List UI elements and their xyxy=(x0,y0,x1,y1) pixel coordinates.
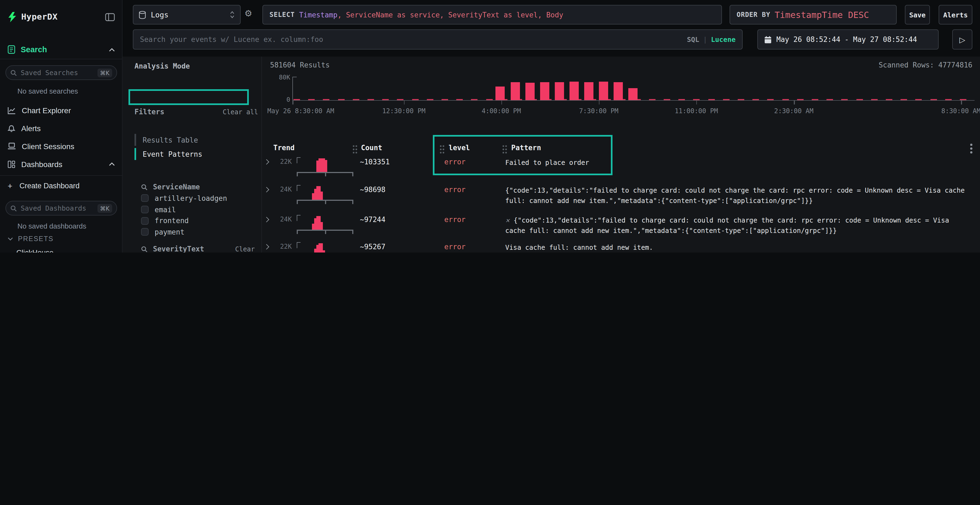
histogram-bar[interactable] xyxy=(555,82,564,100)
histogram-bar[interactable] xyxy=(584,82,593,100)
saved-searches-input[interactable]: Saved Searches ⌘K xyxy=(5,65,117,80)
filter-option[interactable]: frontend xyxy=(141,215,255,226)
presets-toggle[interactable]: PRESETS xyxy=(8,235,54,243)
x-axis-label: 2:30:00 AM xyxy=(774,107,814,115)
sparkline-bar xyxy=(317,216,318,230)
clear-filter-link[interactable]: Clear xyxy=(235,245,255,252)
x-axis-tick xyxy=(961,101,962,105)
search-input[interactable]: Search your events w/ Lucene ex. column:… xyxy=(133,29,743,49)
chevron-up-icon[interactable] xyxy=(109,42,115,57)
select-chevrons-icon xyxy=(230,11,235,19)
histogram-bar[interactable] xyxy=(495,86,505,100)
y-tick-zero: 0 xyxy=(284,96,290,103)
sidebar-item-client-sessions[interactable]: Client Sessions xyxy=(0,139,123,154)
sidebar-item-chart-explorer[interactable]: Chart Explorer xyxy=(0,103,123,118)
patterns-table-header: Trend Count level Pattern xyxy=(262,144,980,156)
histogram-bar[interactable] xyxy=(540,82,549,100)
alerts-button[interactable]: Alerts xyxy=(939,5,972,24)
filter-option[interactable]: payment xyxy=(141,226,255,238)
sparkline-bar xyxy=(317,245,318,252)
sidebar-item-dashboards[interactable]: Dashboards xyxy=(0,157,123,172)
histogram-bar[interactable] xyxy=(599,82,608,100)
x-axis-tick xyxy=(599,101,600,105)
create-dashboard-button[interactable]: + Create Dashboard xyxy=(0,179,123,192)
row-expand-chevron-icon[interactable] xyxy=(265,245,273,249)
row-expand-chevron-icon[interactable] xyxy=(265,160,273,164)
column-header-pattern[interactable]: Pattern xyxy=(511,144,541,152)
order-by-input[interactable]: ORDER BY TimestampTime DESC xyxy=(730,5,897,24)
sidebar-item-label: Client Sessions xyxy=(22,142,74,151)
column-drag-handle-icon[interactable] xyxy=(440,145,442,147)
mode-results-table[interactable]: Results Table xyxy=(134,133,249,147)
histogram-bar[interactable] xyxy=(525,83,535,100)
histogram-noise-bar xyxy=(649,99,655,100)
table-menu-icon[interactable] xyxy=(970,144,972,146)
database-icon xyxy=(139,11,146,19)
histogram-bar[interactable] xyxy=(628,88,638,100)
mode-indicator-active xyxy=(134,148,136,160)
saved-dashboards-input[interactable]: Saved Dashboards ⌘K xyxy=(5,201,117,216)
histogram-bar[interactable] xyxy=(614,82,623,100)
table-row[interactable]: 24K~98698error{"code":13,"details":"fail… xyxy=(265,184,978,206)
calendar-icon xyxy=(764,36,772,43)
column-header-trend[interactable]: Trend xyxy=(273,144,294,152)
sql-mode-toggle[interactable]: SQL xyxy=(687,35,699,43)
sidebar-item-clickhouse[interactable]: ClickHouse xyxy=(16,249,54,252)
column-header-level[interactable]: level xyxy=(449,144,470,152)
save-button[interactable]: Save xyxy=(905,5,930,24)
checkbox[interactable] xyxy=(141,228,149,236)
filter-group-name[interactable]: ServiceName xyxy=(153,183,200,191)
sparkline-bar xyxy=(318,186,320,200)
pattern-count: ~97244 xyxy=(360,216,444,224)
filter-group-name[interactable]: SeverityText xyxy=(153,245,204,252)
sidebar-item-alerts[interactable]: Alerts xyxy=(0,121,123,135)
filter-group-servicename: ServiceName xyxy=(141,183,258,191)
histogram-noise-bar xyxy=(664,99,670,100)
level-badge: error xyxy=(444,216,505,224)
checkbox[interactable] xyxy=(141,206,149,213)
pattern-text[interactable]: Visa cache full: cannot add new item. xyxy=(505,243,978,252)
row-expand-chevron-icon[interactable] xyxy=(265,188,273,192)
row-expand-chevron-icon[interactable] xyxy=(265,218,273,221)
sidebar-collapse-icon[interactable] xyxy=(105,13,115,21)
run-query-button[interactable]: ▷ xyxy=(952,29,972,49)
lucene-mode-toggle[interactable]: Lucene xyxy=(711,35,735,43)
table-row[interactable]: 22K~103351errorFailed to place order xyxy=(265,157,978,178)
source-select[interactable]: Logs xyxy=(133,5,241,24)
trend-sparkline xyxy=(295,241,355,252)
pattern-text[interactable]: Failed to place order xyxy=(505,158,978,168)
filter-option-label: email xyxy=(154,205,176,214)
clear-all-filters-link[interactable]: Clear all xyxy=(223,108,258,116)
pattern-text[interactable]: {"code":13,"details":"failed to charge c… xyxy=(505,186,978,206)
trend-max-label: 24K xyxy=(273,186,292,193)
trend-sparkline xyxy=(295,214,355,235)
laptop-icon xyxy=(8,143,16,150)
dismiss-pattern-icon[interactable]: ✕ xyxy=(505,218,510,224)
histogram-noise-bar xyxy=(353,99,360,100)
histogram-bar[interactable] xyxy=(511,82,520,100)
histogram-noise-bar xyxy=(456,99,463,100)
mode-event-patterns[interactable]: Event Patterns xyxy=(134,147,249,161)
checkbox[interactable] xyxy=(141,217,149,224)
results-histogram[interactable]: 80K 0 May 26 8:30:00 AM12:30:00 PM4:00:0… xyxy=(262,57,980,122)
time-range-picker[interactable]: May 26 08:52:44 - May 27 08:52:44 xyxy=(757,29,939,49)
pattern-text[interactable]: ✕{"code":13,"details":"failed to charge … xyxy=(505,216,978,236)
analysis-mode-title: Analysis Mode xyxy=(134,62,190,70)
query-settings-gear-icon[interactable]: ⚙ xyxy=(245,9,252,18)
sidebar-item-search[interactable]: Search xyxy=(0,43,123,57)
x-axis-label: 8:30:00 AM xyxy=(941,107,980,115)
x-axis-tick xyxy=(293,101,293,105)
table-row[interactable]: 22K~95267errorVisa cache full: cannot ad… xyxy=(265,241,978,252)
filter-option[interactable]: artillery-loadgen xyxy=(141,193,255,204)
checkbox[interactable] xyxy=(141,195,149,202)
column-header-count[interactable]: Count xyxy=(361,144,382,152)
select-query-input[interactable]: SELECT Timestamp, ServiceName as service… xyxy=(262,5,722,24)
column-drag-handle-icon[interactable] xyxy=(353,145,355,147)
histogram-noise-bar xyxy=(368,99,374,100)
filter-option[interactable]: email xyxy=(141,204,255,215)
table-row[interactable]: 24K~97244error✕{"code":13,"details":"fai… xyxy=(265,214,978,236)
chevron-up-icon[interactable] xyxy=(109,162,115,166)
histogram-bar[interactable] xyxy=(570,82,579,100)
histogram-noise-bar xyxy=(752,99,759,100)
column-drag-handle-icon[interactable] xyxy=(503,145,504,147)
